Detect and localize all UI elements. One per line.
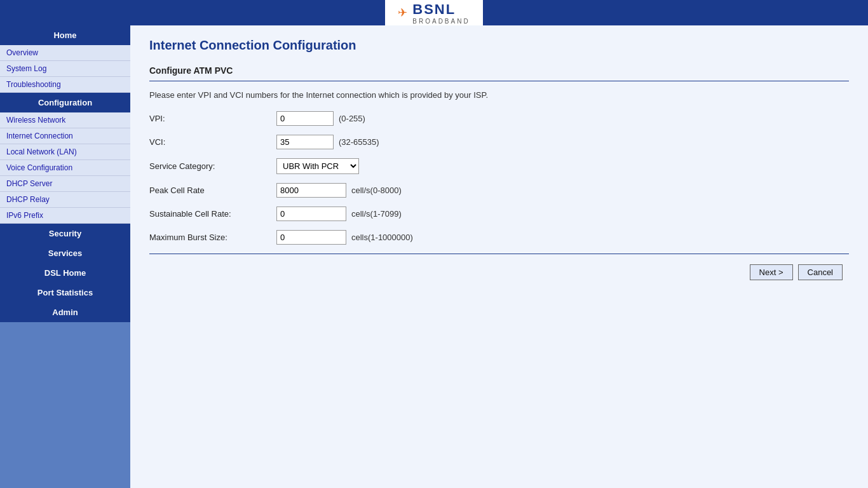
sidebar-item-dhcp-server[interactable]: DHCP Server (0, 176, 130, 192)
vpi-hint: (0-255) (339, 114, 365, 123)
sidebar-port-statistics-header[interactable]: Port Statistics (0, 283, 130, 302)
vpi-row: VPI: (0-255) (149, 111, 849, 126)
peak-cell-rate-label: Peak Cell Rate (149, 186, 276, 195)
sidebar-item-local-network[interactable]: Local Network (LAN) (0, 144, 130, 160)
main-content: Internet Connection Configuration Config… (130, 25, 868, 488)
vci-label: VCI: (149, 137, 276, 147)
sidebar-item-dhcp-relay[interactable]: DHCP Relay (0, 192, 130, 208)
sidebar-item-voice-configuration[interactable]: Voice Configuration (0, 160, 130, 176)
sidebar-item-troubleshooting[interactable]: Troubleshooting (0, 77, 130, 93)
next-button[interactable]: Next > (750, 264, 793, 280)
sidebar-admin-header[interactable]: Admin (0, 302, 130, 322)
sidebar-dsl-home-header[interactable]: DSL Home (0, 263, 130, 283)
page-title: Internet Connection Configuration (149, 38, 849, 53)
vpi-input[interactable] (276, 111, 334, 126)
sustainable-cell-rate-label: Sustainable Cell Rate: (149, 209, 276, 219)
peak-cell-rate-hint: cell/s(0-8000) (351, 186, 402, 195)
section-title: Configure ATM PVC (149, 65, 849, 76)
bottom-divider (149, 254, 849, 254)
maximum-burst-size-row: Maximum Burst Size: cells(1-1000000) (149, 230, 849, 245)
sidebar-item-system-log[interactable]: System Log (0, 61, 130, 77)
maximum-burst-size-hint: cells(1-1000000) (351, 233, 413, 242)
sidebar-configuration-header: Configuration (0, 93, 130, 112)
service-category-select[interactable]: UBR With PCR UBR Without PCR CBR VBR-nrt… (276, 158, 359, 174)
service-category-row: Service Category: UBR With PCR UBR Witho… (149, 158, 849, 174)
peak-cell-rate-row: Peak Cell Rate cell/s(0-8000) (149, 183, 849, 198)
top-divider (149, 81, 849, 81)
info-text: Please enter VPI and VCI numbers for the… (149, 90, 849, 100)
vpi-label: VPI: (149, 114, 276, 123)
logo-area: ✈ BSNL BROADBAND (385, 0, 482, 27)
vci-row: VCI: (32-65535) (149, 135, 849, 149)
sidebar-item-overview[interactable]: Overview (0, 45, 130, 61)
sidebar-item-internet-connection[interactable]: Internet Connection (0, 128, 130, 144)
button-row: Next > Cancel (149, 264, 849, 280)
vci-hint: (32-65535) (339, 137, 379, 147)
sidebar-item-ipv6-prefix[interactable]: IPv6 Prefix (0, 208, 130, 224)
service-category-label: Service Category: (149, 161, 276, 171)
sustainable-cell-rate-input[interactable] (276, 207, 346, 221)
sidebar: Home Overview System Log Troubleshooting… (0, 25, 130, 488)
sustainable-cell-rate-row: Sustainable Cell Rate: cell/s(1-7099) (149, 207, 849, 221)
vci-input[interactable] (276, 135, 334, 149)
maximum-burst-size-label: Maximum Burst Size: (149, 233, 276, 242)
header: ✈ BSNL BROADBAND (0, 0, 868, 25)
sustainable-cell-rate-hint: cell/s(1-7099) (351, 209, 402, 219)
sidebar-security-header[interactable]: Security (0, 224, 130, 243)
bsnl-sub: BROADBAND (412, 18, 470, 25)
maximum-burst-size-input[interactable] (276, 230, 346, 245)
bsnl-logo: BSNL (412, 1, 456, 17)
peak-cell-rate-input[interactable] (276, 183, 346, 198)
sidebar-item-wireless-network[interactable]: Wireless Network (0, 112, 130, 128)
cancel-button[interactable]: Cancel (798, 264, 843, 280)
layout: Home Overview System Log Troubleshooting… (0, 25, 868, 488)
sidebar-home-header: Home (0, 25, 130, 45)
bsnl-icon: ✈ (398, 6, 407, 20)
sidebar-services-header[interactable]: Services (0, 243, 130, 263)
